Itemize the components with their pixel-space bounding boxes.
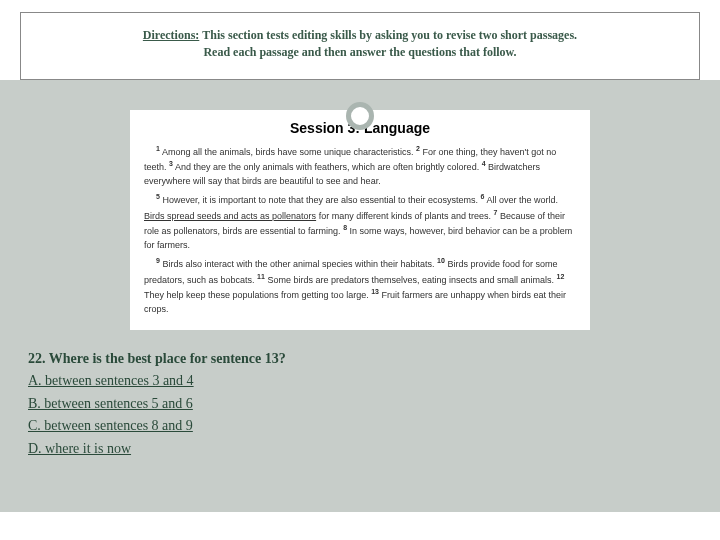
- answer-choice-a[interactable]: A. between sentences 3 and 4: [28, 370, 692, 392]
- divider-circle-icon: [346, 102, 374, 130]
- directions-text: Directions: This section tests editing s…: [31, 27, 689, 61]
- question-text: 22. Where is the best place for sentence…: [28, 348, 692, 370]
- directions-label: Directions:: [143, 28, 199, 42]
- answer-choice-d[interactable]: D. where it is now: [28, 438, 692, 460]
- question-block: 22. Where is the best place for sentence…: [28, 348, 692, 460]
- slide: Directions: This section tests editing s…: [0, 12, 720, 540]
- answer-choice-c[interactable]: C. between sentences 8 and 9: [28, 415, 692, 437]
- directions-box: Directions: This section tests editing s…: [20, 12, 700, 80]
- passage-card: Session 3: Language 1 Among all the anim…: [130, 110, 590, 331]
- directions-line2: Read each passage and then answer the qu…: [203, 45, 516, 59]
- directions-line1: This section tests editing skills by ask…: [202, 28, 577, 42]
- answer-choice-b[interactable]: B. between sentences 5 and 6: [28, 393, 692, 415]
- passage-paragraph-2: 5 However, it is important to note that …: [144, 192, 576, 252]
- passage-paragraph-3: 9 Birds also interact with the other ani…: [144, 256, 576, 316]
- content-area: Session 3: Language 1 Among all the anim…: [0, 80, 720, 512]
- passage-paragraph-1: 1 Among all the animals, birds have some…: [144, 144, 576, 189]
